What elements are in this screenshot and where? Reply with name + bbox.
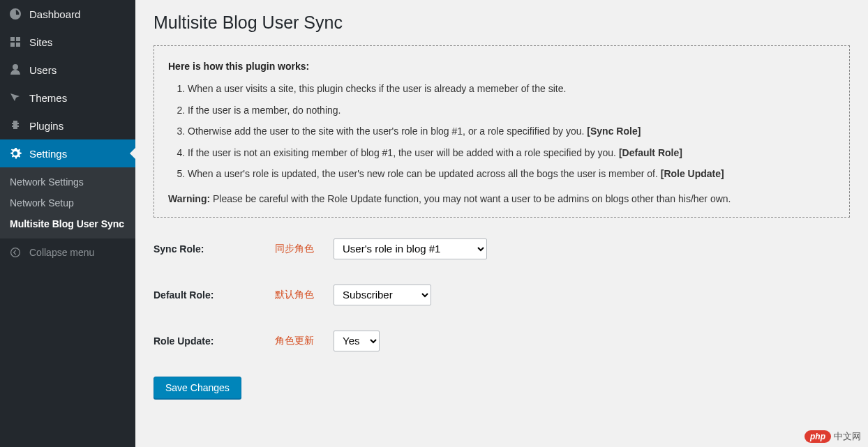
row-role-update: Role Update: 角色更新 Yes	[154, 331, 850, 351]
svg-point-0	[11, 248, 20, 257]
watermark-text: 中文网	[834, 430, 861, 443]
role-update-annotation: 角色更新	[275, 335, 334, 347]
sidebar-item-themes[interactable]: Themes	[0, 84, 135, 112]
info-notice: Here is how this plugin works: When a us…	[154, 45, 850, 218]
sidebar-label: Themes	[29, 92, 67, 104]
themes-icon	[8, 91, 22, 105]
submenu-multisite-blog-user-sync[interactable]: Multisite Blog User Sync	[0, 213, 135, 234]
collapse-menu[interactable]: Collapse menu	[0, 238, 135, 266]
sidebar-item-settings[interactable]: Settings	[0, 139, 135, 167]
sites-icon	[8, 35, 22, 49]
main-content: Multisite Blog User Sync Here is how thi…	[135, 0, 868, 447]
default-role-select[interactable]: Subscriber	[334, 285, 431, 305]
sidebar-item-plugins[interactable]: Plugins	[0, 112, 135, 139]
role-update-select[interactable]: Yes	[334, 331, 380, 351]
sync-role-select[interactable]: User's role in blog #1	[334, 238, 487, 259]
watermark-pill: php	[805, 430, 831, 443]
page-title: Multisite Blog User Sync	[154, 13, 850, 33]
collapse-label: Collapse menu	[29, 247, 94, 258]
watermark: php 中文网	[805, 430, 861, 443]
sidebar-label: Users	[29, 64, 57, 76]
notice-step: If the user is a member, do nothing.	[188, 103, 835, 118]
settings-icon	[8, 146, 22, 160]
sidebar-label: Settings	[29, 148, 67, 160]
sidebar-label: Sites	[29, 36, 52, 48]
users-icon	[8, 63, 22, 77]
notice-steps: When a user visits a site, this plugin c…	[168, 81, 835, 181]
notice-step: When a user's role is updated, the user'…	[188, 166, 835, 181]
settings-submenu: Network Settings Network Setup Multisite…	[0, 167, 135, 238]
row-default-role: Default Role: 默认角色 Subscriber	[154, 285, 850, 305]
admin-sidebar: Dashboard Sites Users Themes Plugins Set…	[0, 0, 135, 447]
notice-warning: Warning: Please be careful with the Role…	[168, 191, 835, 206]
notice-heading: Here is how this plugin works:	[168, 59, 835, 74]
sync-role-label: Sync Role:	[154, 243, 275, 255]
dashboard-icon	[8, 7, 22, 21]
notice-step: If the user is not an exisiting member o…	[188, 145, 835, 160]
save-button[interactable]: Save Changes	[154, 377, 241, 399]
submenu-network-setup[interactable]: Network Setup	[0, 192, 135, 213]
plugins-icon	[8, 119, 22, 132]
default-role-annotation: 默认角色	[275, 289, 334, 301]
sidebar-item-dashboard[interactable]: Dashboard	[0, 0, 135, 28]
collapse-icon	[8, 245, 22, 259]
sync-role-annotation: 同步角色	[275, 243, 334, 255]
sidebar-label: Plugins	[29, 120, 63, 132]
role-update-label: Role Update:	[154, 335, 275, 347]
submenu-network-settings[interactable]: Network Settings	[0, 172, 135, 192]
sidebar-item-sites[interactable]: Sites	[0, 28, 135, 56]
sidebar-label: Dashboard	[29, 8, 80, 20]
row-sync-role: Sync Role: 同步角色 User's role in blog #1	[154, 238, 850, 259]
notice-step: Otherwise add the user to the site with …	[188, 123, 835, 139]
sidebar-item-users[interactable]: Users	[0, 56, 135, 84]
notice-step: When a user visits a site, this plugin c…	[188, 81, 835, 96]
default-role-label: Default Role:	[154, 289, 275, 301]
